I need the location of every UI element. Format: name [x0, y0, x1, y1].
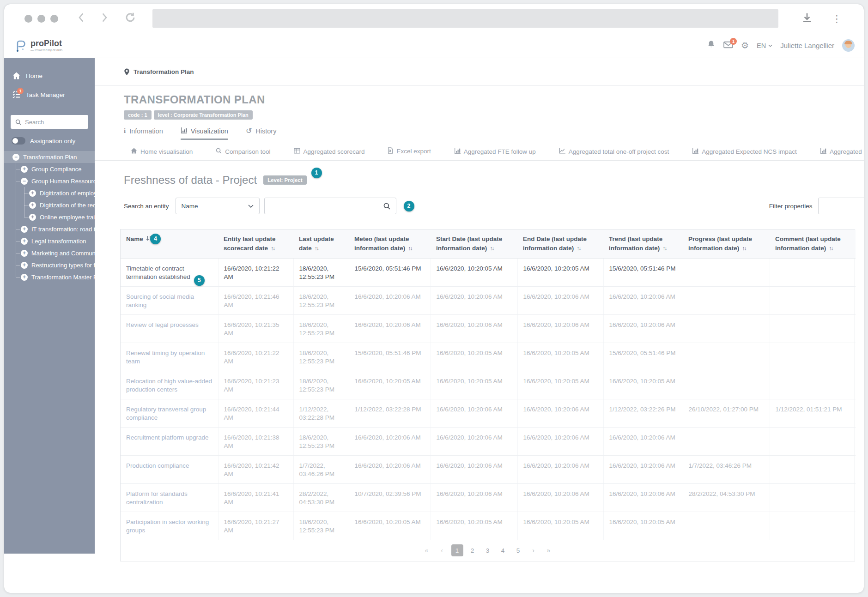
window-controls[interactable]: [24, 15, 58, 23]
entity-name-cell[interactable]: Recruitment platform upgrade: [121, 428, 218, 456]
collapse-node-icon[interactable]: −: [12, 154, 19, 161]
entity-search-input[interactable]: [264, 198, 396, 214]
entity-name-cell[interactable]: Platform for standards centralization: [121, 484, 218, 512]
sidebar-search-input[interactable]: Search: [11, 115, 88, 129]
breadcrumb[interactable]: Transformation Plan: [95, 58, 864, 86]
column-header-progress[interactable]: Progress (last update information date)↑…: [683, 229, 770, 259]
page-button-4[interactable]: 4: [497, 544, 509, 556]
settings-gear-icon[interactable]: ⚙: [741, 40, 749, 51]
cell-text: 16/6/2020, 10:20:06 AM: [355, 462, 421, 469]
expand-node-icon[interactable]: +: [21, 166, 28, 173]
first-page-button[interactable]: «: [421, 544, 433, 556]
forward-icon[interactable]: [99, 12, 109, 24]
entity-name-cell[interactable]: Regulatory transversal group compliance: [121, 399, 218, 428]
tree-node[interactable]: +Online employee training ...: [4, 211, 95, 223]
cell-text: 15/6/2020, 05:51:46 PM: [609, 350, 676, 356]
sort-toggle-icon[interactable]: ↑↓: [742, 245, 746, 252]
tree-node[interactable]: −Transformation Plan: [4, 151, 95, 163]
download-icon[interactable]: [801, 12, 813, 25]
page-button-3[interactable]: 3: [482, 544, 494, 556]
page-button-5[interactable]: 5: [512, 544, 524, 556]
propilot-logo[interactable]: proPilot — Powered by dFakto: [13, 39, 62, 53]
previous-page-button[interactable]: ‹: [436, 544, 448, 556]
next-page-button[interactable]: ›: [528, 544, 540, 556]
user-name[interactable]: Juliette Langellier: [780, 42, 834, 49]
expand-node-icon[interactable]: +: [21, 250, 28, 257]
date-cell: 16/6/2020, 10:21:35 AM: [218, 315, 293, 343]
expand-node-icon[interactable]: +: [29, 190, 36, 197]
column-header-trend[interactable]: Trend (last update information date)↑↓: [603, 229, 683, 259]
subtab-home-visualisation[interactable]: Home visualisation: [126, 144, 197, 161]
entity-name-cell[interactable]: Production compliance: [121, 456, 218, 484]
expand-node-icon[interactable]: +: [21, 226, 28, 233]
sort-toggle-icon[interactable]: ↑↓: [315, 245, 318, 252]
column-header-name[interactable]: Name4: [121, 229, 218, 259]
sort-toggle-icon[interactable]: ↑↓: [490, 245, 493, 252]
language-selector[interactable]: EN: [757, 42, 772, 49]
refresh-icon[interactable]: [125, 12, 136, 25]
window-dot[interactable]: [50, 15, 58, 23]
bell-icon[interactable]: [707, 40, 716, 51]
avatar[interactable]: [842, 39, 855, 52]
filter-properties-select[interactable]: 3: [818, 198, 864, 214]
expand-node-icon[interactable]: +: [21, 274, 28, 281]
search-field-select[interactable]: Name: [176, 198, 260, 214]
tree-node[interactable]: +Digitization of the recruit...: [4, 199, 95, 211]
back-icon[interactable]: [77, 12, 87, 24]
assignation-toggle[interactable]: [12, 137, 25, 145]
cell-text: 16/6/2020, 10:20:06 AM: [609, 293, 675, 300]
column-header-end-date[interactable]: End Date (last update information date)↑…: [517, 229, 603, 259]
tree-node[interactable]: −Group Human Ressources: [4, 175, 95, 187]
tree-node[interactable]: +Transformation Master Plan -...: [4, 271, 95, 283]
tab-visualization[interactable]: Visualization: [181, 127, 228, 140]
entity-name-cell[interactable]: Sourcing of social media ranking: [121, 287, 218, 315]
expand-node-icon[interactable]: +: [29, 202, 36, 209]
window-dot[interactable]: [24, 15, 32, 23]
entity-name-cell[interactable]: Renewal timing by operation team: [121, 343, 218, 371]
sort-toggle-icon[interactable]: ↑↓: [271, 245, 274, 252]
tree-node[interactable]: +Group Compliance: [4, 163, 95, 175]
subtab-aggregated-total-one-off-project-cost[interactable]: Aggregated total one-off project cost: [554, 144, 674, 161]
expand-node-icon[interactable]: +: [29, 214, 36, 221]
column-header-comment[interactable]: Comment (last update information date)↑↓: [770, 229, 856, 259]
date-cell: 16/6/2020, 10:20:05 AM: [517, 343, 603, 371]
sort-toggle-icon[interactable]: ↑↓: [829, 245, 832, 252]
sort-toggle-icon[interactable]: ↑↓: [577, 245, 580, 252]
column-header-meteo[interactable]: Meteo (last update information date)↑↓: [349, 229, 431, 259]
sidebar-item-home[interactable]: Home: [4, 66, 95, 85]
subtab-aggregated-expected-ncs-impact[interactable]: Aggregated Expected NCS impact: [687, 144, 801, 161]
subtab-excel-export[interactable]: Excel export: [383, 144, 435, 161]
entity-name-cell[interactable]: Participation in sector working groups: [121, 512, 218, 540]
column-header-last-update-date[interactable]: Last update date↑↓: [293, 229, 349, 259]
subtab-aggregated-scorecard[interactable]: Aggregated scorecard: [289, 144, 370, 161]
tree-node[interactable]: +Restructuring types for firms: [4, 259, 95, 271]
cell-text: 16/6/2020, 10:20:05 AM: [437, 350, 503, 356]
page-button-2[interactable]: 2: [467, 544, 479, 556]
tree-node[interactable]: +Digitization of employees ...: [4, 187, 95, 199]
entity-name-cell[interactable]: Review of legal processes: [121, 315, 218, 343]
entity-name-cell[interactable]: Relocation of high value-added productio…: [121, 371, 218, 399]
tab-history[interactable]: ↺History: [246, 127, 277, 140]
last-page-button[interactable]: »: [543, 544, 555, 556]
mail-icon[interactable]: 1: [723, 41, 733, 50]
url-bar[interactable]: [152, 9, 778, 28]
sort-toggle-icon[interactable]: ↑↓: [408, 245, 412, 252]
column-header-start-date[interactable]: Start Date (last update information date…: [431, 229, 517, 259]
window-dot[interactable]: [37, 15, 45, 23]
subtab-comparison-tool[interactable]: Comparison tool: [211, 144, 275, 161]
expand-node-icon[interactable]: +: [21, 238, 28, 245]
subtab-aggregated-project-cost[interactable]: Aggregated project cost: [815, 144, 864, 161]
column-header-entity-last-update-scorecard-date[interactable]: Entity last update scorecard date↑↓: [218, 229, 293, 259]
collapse-node-icon[interactable]: −: [21, 178, 28, 185]
tree-node[interactable]: +Marketing and Communicati...: [4, 247, 95, 259]
tab-information[interactable]: iInformation: [124, 127, 163, 140]
tree-node[interactable]: +IT transformation: road to 20...: [4, 223, 95, 235]
sort-toggle-icon[interactable]: ↑↓: [662, 245, 666, 252]
expand-node-icon[interactable]: +: [21, 262, 28, 269]
entity-name-cell[interactable]: Timetable of contract termination establ…: [121, 259, 218, 287]
tree-node[interactable]: +Legal transformation: [4, 235, 95, 247]
subtab-aggregated-fte-follow-up[interactable]: Aggregated FTE follow up: [449, 144, 540, 161]
browser-menu-icon[interactable]: ⋮: [832, 14, 842, 24]
page-button-1[interactable]: 1: [451, 544, 463, 556]
sidebar-item-task-manager[interactable]: 1 Task Manager: [4, 85, 95, 105]
